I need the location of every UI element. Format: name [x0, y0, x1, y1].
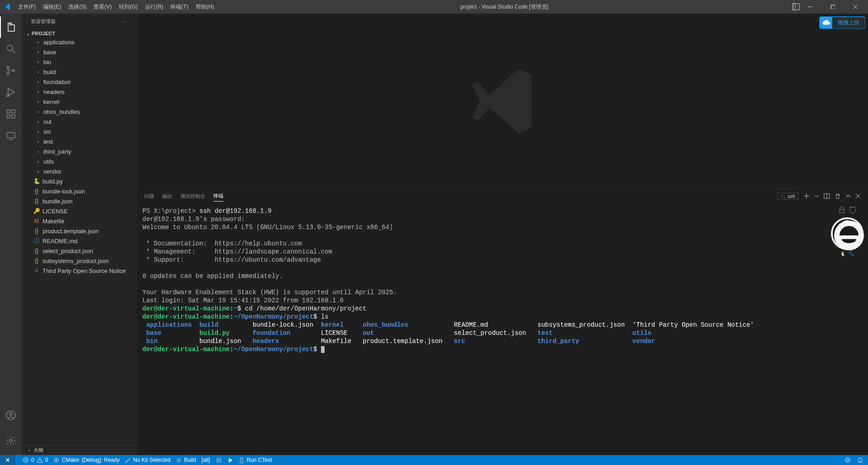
terminal-content[interactable]: PS X:\project> ssh der@192.168.1.9 der@1…: [137, 203, 868, 455]
panel-tabs: 问题 输出 调试控制台 终端 ssh: [137, 189, 868, 203]
tab-output[interactable]: 输出: [162, 191, 172, 202]
chevron-right-icon: ⌄: [35, 148, 40, 155]
svg-rect-0: [793, 4, 799, 10]
status-problems[interactable]: 0 0: [23, 457, 48, 463]
remote-indicator[interactable]: [0, 455, 15, 465]
chevron-right-icon: ⌄: [35, 108, 40, 115]
folder-third_party[interactable]: ⌄third_party: [24, 146, 137, 156]
explorer-title: 资源管理器: [31, 18, 56, 25]
close-panel-button[interactable]: [855, 193, 861, 199]
activity-run-debug[interactable]: [0, 81, 22, 103]
svg-point-41: [845, 458, 850, 463]
folder-headers[interactable]: ⌄headers: [24, 87, 137, 97]
tab-terminal[interactable]: 终端: [213, 191, 223, 202]
file-product.template.json[interactable]: {}product.template.json: [24, 226, 137, 236]
file-subsystems_product.json[interactable]: {}subsystems_product.json: [24, 256, 137, 266]
main-area: 资源管理器 ··· ⌄ PROJECT ⌄applications⌄base⌄b…: [0, 14, 868, 455]
file-build.py[interactable]: 🐍build.py: [24, 176, 137, 186]
file-select_product.json[interactable]: {}select_product.json: [24, 246, 137, 256]
file-Third Party Open Source Notice[interactable]: ≡Third Party Open Source Notice: [24, 266, 137, 276]
svg-rect-4: [831, 5, 835, 9]
svg-rect-1: [793, 4, 795, 10]
folder-build[interactable]: ⌄build: [24, 67, 137, 77]
file-icon: {}: [33, 258, 40, 264]
status-notifications-icon[interactable]: [857, 457, 863, 463]
tab-problems[interactable]: 问题: [144, 191, 154, 202]
activity-extensions[interactable]: [0, 103, 22, 125]
menu-help[interactable]: 帮助(H): [192, 2, 218, 12]
status-build[interactable]: Build: [176, 457, 196, 463]
menu-terminal[interactable]: 终端(T): [167, 2, 192, 12]
explorer-more-icon[interactable]: ···: [121, 19, 128, 24]
menu-go[interactable]: 转到(G): [115, 2, 141, 12]
chevron-right-icon: ⌄: [35, 98, 40, 105]
menu-edit[interactable]: 编辑(E): [39, 2, 65, 12]
status-target[interactable]: [all]: [202, 457, 210, 463]
folder-base[interactable]: ⌄base: [24, 47, 137, 57]
file-icon: 🔑: [33, 208, 40, 214]
svg-rect-16: [12, 110, 15, 113]
activity-search[interactable]: [0, 38, 22, 60]
folder-bin[interactable]: ⌄bin: [24, 57, 137, 67]
file-icon: {}: [33, 188, 40, 194]
chevron-right-icon: ⌄: [35, 78, 40, 85]
layout-customize-icon[interactable]: [791, 2, 801, 12]
status-kit[interactable]: No Kit Selected: [125, 457, 170, 463]
terminal-panel: 问题 输出 调试控制台 终端 ssh: [137, 188, 868, 455]
activity-source-control[interactable]: [0, 60, 22, 81]
folder-src[interactable]: ⌄src: [24, 127, 137, 136]
split-terminal-button[interactable]: [824, 193, 830, 199]
folder-utils[interactable]: ⌄utils: [24, 156, 137, 166]
folder-vendor[interactable]: ⌄vendor: [24, 166, 137, 176]
status-cmake[interactable]: CMake: [Debug]: Ready: [53, 457, 119, 463]
kill-terminal-button[interactable]: [835, 193, 841, 199]
svg-point-43: [848, 459, 849, 460]
status-bar: 0 0 CMake: [Debug]: Ready No Kit Selecte…: [0, 455, 868, 465]
status-debug-icon[interactable]: [216, 457, 222, 463]
file-icon: M: [33, 218, 40, 224]
menu-view[interactable]: 查看(V): [90, 2, 115, 12]
minimize-button[interactable]: [801, 0, 819, 13]
file-Makefile[interactable]: MMakefile: [24, 216, 137, 226]
svg-rect-15: [12, 115, 15, 118]
terminal-profile-label: ssh: [788, 193, 795, 199]
svg-point-21: [9, 439, 12, 442]
file-bundle.json[interactable]: {}bundle.json: [24, 196, 137, 206]
svg-point-42: [847, 459, 847, 460]
activity-settings[interactable]: [0, 430, 22, 451]
chevron-down-icon[interactable]: [815, 194, 819, 198]
menu-run[interactable]: 运行(R): [142, 2, 167, 12]
sidebar-section-outline[interactable]: ⌄ 大纲: [22, 445, 137, 455]
folder-ohos_bundles[interactable]: ⌄ohos_bundles: [24, 107, 137, 117]
folder-kernel[interactable]: ⌄kernel: [24, 97, 137, 107]
chevron-right-icon: ⌄: [35, 118, 40, 125]
file-bundle-lock.json[interactable]: {}bundle-lock.json: [24, 186, 137, 196]
maximize-panel-button[interactable]: [845, 193, 851, 199]
new-terminal-button[interactable]: [803, 193, 810, 200]
tab-debug-console[interactable]: 调试控制台: [180, 191, 205, 202]
file-icon: {}: [33, 228, 40, 234]
close-button[interactable]: [846, 0, 864, 13]
status-feedback-icon[interactable]: [844, 457, 851, 463]
upload-button[interactable]: 拖拽上传: [819, 16, 865, 29]
svg-rect-14: [7, 115, 10, 118]
file-icon: 🐍: [33, 178, 40, 184]
status-ctest[interactable]: Run CTest: [239, 457, 272, 463]
folder-foundation[interactable]: ⌄foundation: [24, 77, 137, 87]
folder-out[interactable]: ⌄out: [24, 117, 137, 127]
folder-applications[interactable]: ⌄applications: [24, 37, 137, 47]
menu-selection[interactable]: 选择(S): [65, 2, 90, 12]
status-run-icon[interactable]: [227, 457, 233, 463]
menu-file[interactable]: 文件(F): [14, 2, 39, 12]
folder-test[interactable]: ⌄test: [24, 136, 137, 146]
maximize-button[interactable]: [824, 0, 842, 13]
terminal-profile-dropdown[interactable]: ssh: [777, 193, 798, 200]
file-LICENSE[interactable]: 🔑LICENSE: [24, 206, 137, 216]
sidebar-section-project[interactable]: ⌄ PROJECT: [22, 30, 137, 37]
svg-point-39: [178, 459, 180, 461]
file-README.md[interactable]: ⓘREADME.md: [24, 236, 137, 246]
activity-accounts[interactable]: [0, 404, 22, 426]
chevron-right-icon: ⌄: [35, 38, 40, 46]
activity-remote[interactable]: [0, 125, 22, 146]
activity-explorer[interactable]: [0, 16, 22, 38]
